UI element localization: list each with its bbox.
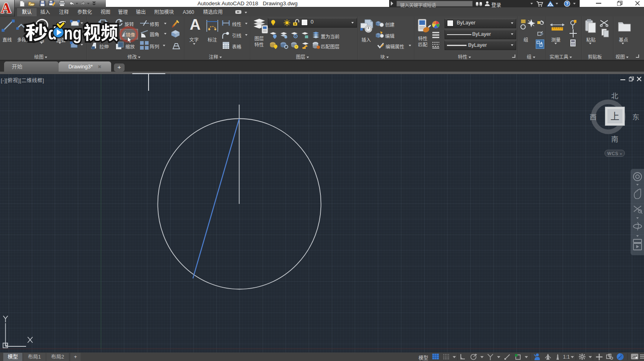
svg-text:A: A <box>549 3 552 7</box>
svg-text:东: 东 <box>632 113 640 121</box>
svg-text:南: 南 <box>611 135 618 143</box>
svg-text:?: ? <box>566 1 569 6</box>
svg-text:西: 西 <box>589 113 597 121</box>
svg-text:北: 北 <box>611 92 618 100</box>
